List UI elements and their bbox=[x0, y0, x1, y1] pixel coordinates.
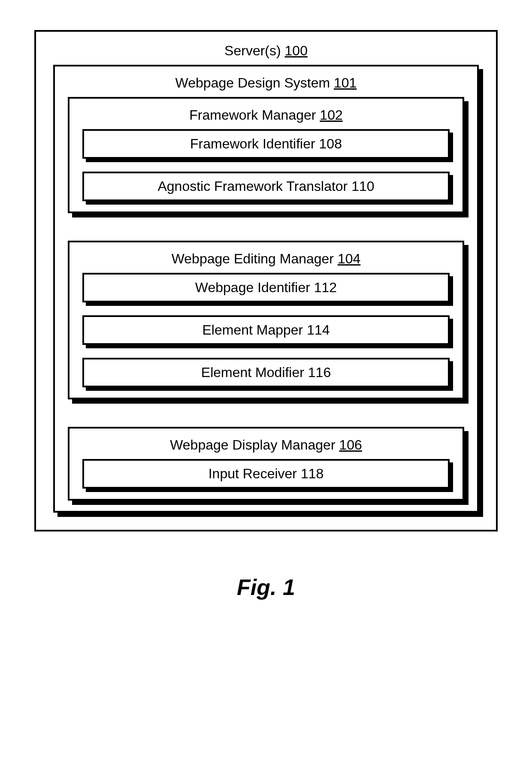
agnostic-translator-num: 110 bbox=[351, 178, 374, 194]
framework-identifier-num: 108 bbox=[319, 136, 342, 151]
input-receiver-text: Input Receiver bbox=[209, 466, 297, 481]
element-modifier-num: 116 bbox=[308, 365, 331, 380]
element-mapper-num: 114 bbox=[307, 322, 329, 338]
display-manager-box: Webpage Display Manager 106 Input Receiv… bbox=[68, 427, 464, 501]
framework-manager-box: Framework Manager 102 Framework Identifi… bbox=[68, 97, 464, 213]
server-box: Server(s) 100 Webpage Design System 101 … bbox=[34, 30, 498, 531]
framework-identifier-box: Framework Identifier 108 bbox=[82, 129, 450, 159]
webpage-identifier-text: Webpage Identifier bbox=[195, 280, 310, 295]
webpage-identifier-num: 112 bbox=[314, 280, 337, 295]
system-label-text: Webpage Design System bbox=[175, 75, 330, 91]
agnostic-translator-text: Agnostic Framework Translator bbox=[157, 178, 348, 194]
editing-manager-text: Webpage Editing Manager bbox=[172, 251, 334, 266]
framework-manager-num: 102 bbox=[320, 107, 342, 123]
element-mapper-box: Element Mapper 114 bbox=[82, 315, 450, 345]
server-label-text: Server(s) bbox=[224, 43, 281, 58]
system-label-num: 101 bbox=[334, 75, 357, 91]
framework-manager-label: Framework Manager 102 bbox=[82, 107, 450, 123]
server-label: Server(s) 100 bbox=[53, 43, 479, 59]
display-manager-text: Webpage Display Manager bbox=[170, 437, 335, 453]
element-modifier-box: Element Modifier 116 bbox=[82, 358, 450, 387]
system-label: Webpage Design System 101 bbox=[68, 75, 464, 91]
element-modifier-text: Element Modifier bbox=[201, 365, 304, 380]
display-manager-label: Webpage Display Manager 106 bbox=[82, 437, 450, 453]
framework-manager-text: Framework Manager bbox=[189, 107, 316, 123]
agnostic-translator-box: Agnostic Framework Translator 110 bbox=[82, 172, 450, 201]
framework-identifier-text: Framework Identifier bbox=[190, 136, 315, 151]
webpage-identifier-box: Webpage Identifier 112 bbox=[82, 273, 450, 302]
element-mapper-text: Element Mapper bbox=[202, 322, 303, 338]
editing-manager-label: Webpage Editing Manager 104 bbox=[82, 251, 450, 267]
editing-manager-box: Webpage Editing Manager 104 Webpage Iden… bbox=[68, 241, 464, 399]
display-manager-num: 106 bbox=[339, 437, 362, 453]
figure-caption: Fig. 1 bbox=[34, 574, 498, 600]
server-label-num: 100 bbox=[285, 43, 308, 58]
editing-manager-num: 104 bbox=[338, 251, 360, 266]
input-receiver-box: Input Receiver 118 bbox=[82, 459, 450, 489]
input-receiver-num: 118 bbox=[301, 466, 323, 481]
system-box: Webpage Design System 101 Framework Mana… bbox=[53, 65, 479, 513]
